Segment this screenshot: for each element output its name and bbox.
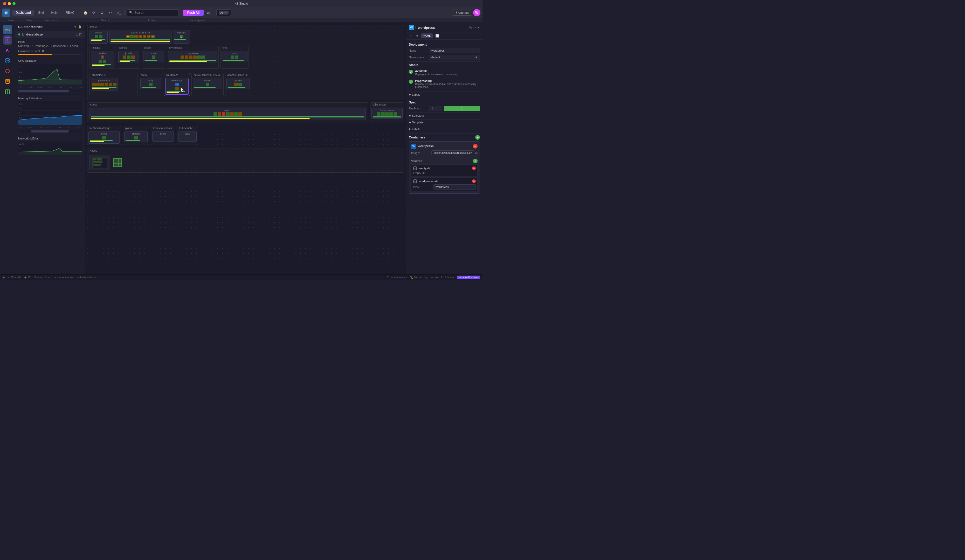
right-status-items: ? Documentation 🐛 Report Bug Version: 1.… xyxy=(387,276,480,279)
tab-chart[interactable]: 📊 xyxy=(433,33,441,38)
workload-default[interactable]: default xyxy=(90,30,108,44)
add-icon[interactable]: + xyxy=(3,275,5,279)
namespace-tag-close[interactable]: ✕ xyxy=(225,11,227,14)
tab-rbac[interactable]: RBAC xyxy=(62,10,77,16)
maximize-button[interactable] xyxy=(13,2,16,5)
memory-title: Memory Utilization xyxy=(18,97,82,100)
workload-wordpress[interactable]: wordpress W xyxy=(165,78,188,95)
metrics-lock-icon[interactable]: 🔒 xyxy=(78,25,82,29)
status-bar: + ★ Star 749 ◉ MicroService Cluster ⎆ ki… xyxy=(0,274,483,280)
tab-refresh[interactable]: ↺ xyxy=(414,33,420,38)
metrics-panel: Cluster Metrics ↺ 🔒 kind-metabase 1.27 P… xyxy=(15,23,85,274)
name-input[interactable] xyxy=(429,48,480,53)
replicas-bar: 1 xyxy=(444,106,480,111)
workload-kube-system[interactable]: kube-system xyxy=(371,108,402,119)
pvc-label: PVC: xyxy=(413,185,431,188)
workload-prometheus[interactable]: prometheus xyxy=(91,78,118,90)
workload-apache2[interactable]: apache xyxy=(226,78,250,89)
workload-share[interactable]: share xyxy=(143,51,164,62)
tab-info[interactable]: ℹ xyxy=(408,33,414,38)
namespace-tag[interactable]: All ✕ xyxy=(219,11,228,15)
add-container-button[interactable]: + xyxy=(475,135,480,140)
template-chevron-icon: ▶ xyxy=(409,121,411,124)
namespace-select[interactable]: default ▼ xyxy=(429,55,480,60)
template-collapsible[interactable]: ▶ Template xyxy=(409,119,480,125)
workload-native1[interactable]: native xyxy=(193,78,222,89)
window-controls[interactable] xyxy=(3,2,16,5)
add-volume-button[interactable]: + xyxy=(473,159,478,163)
home-icon[interactable]: 🏠 xyxy=(82,9,89,16)
close-button[interactable] xyxy=(3,2,6,5)
search-box[interactable]: 🔍 xyxy=(127,9,179,16)
workload-orphans[interactable]: orphans M xyxy=(173,30,190,44)
replicas-input[interactable] xyxy=(429,106,442,111)
tab-yaml[interactable]: YAML xyxy=(421,33,433,38)
workload-jenkins[interactable]: jenkins J xyxy=(91,51,114,67)
sidebar-item-letter-a[interactable]: A xyxy=(3,46,12,55)
terminal-icon[interactable]: >_ xyxy=(115,9,123,16)
workload-kube-node-lease[interactable]: setup xyxy=(152,131,174,142)
workload-joomla[interactable]: joomla xyxy=(118,51,139,63)
sidebar-item-page[interactable] xyxy=(3,77,12,86)
cpu-scrollbar[interactable] xyxy=(18,90,82,92)
namespace-selector[interactable]: All ✕ xyxy=(216,9,231,16)
workload-apache[interactable]: apache-3383-8771 ⚙ ⚙ ⚙ ⚙ ⚙ ◉ xyxy=(109,30,172,44)
selectors-collapsible[interactable]: ▶ Selectors xyxy=(409,113,480,118)
sidebar-item-aws[interactable]: aws xyxy=(3,25,12,34)
star-item[interactable]: ★ Star 749 xyxy=(8,276,21,279)
settings-icon[interactable]: ⚙ xyxy=(98,9,106,16)
volumes-title: Volumes xyxy=(411,160,422,163)
image-input[interactable] xyxy=(432,150,474,155)
more-icon[interactable]: ⋯ xyxy=(473,26,476,29)
image-action-icon[interactable]: ⇄ xyxy=(475,151,478,155)
wordpress-panel-icon: W xyxy=(409,25,414,30)
workload-global[interactable]: storage xyxy=(124,131,147,142)
workload-vms[interactable]: vms xyxy=(222,51,247,62)
ns-label-prometheus: prometheus xyxy=(90,73,137,77)
labels-collapsible[interactable]: ▶ Labels xyxy=(409,91,480,97)
workload-local-path[interactable]: setup xyxy=(88,131,119,144)
cpu-scrollbar-thumb[interactable] xyxy=(18,90,69,92)
close-panel-icon[interactable]: ✕ xyxy=(477,26,480,29)
metrics-undo-icon[interactable]: ↺ xyxy=(74,25,77,29)
tab-helm[interactable]: Helm xyxy=(48,10,62,16)
user-avatar[interactable]: W xyxy=(473,9,481,16)
workload-welly[interactable]: welly xyxy=(140,78,161,89)
undo-icon[interactable]: ↩ xyxy=(107,9,114,16)
pvc-input[interactable] xyxy=(433,184,476,189)
svg-text:1: 1 xyxy=(19,121,20,124)
remove-volume-wp-data[interactable]: − xyxy=(472,180,476,183)
push-all-button[interactable]: Push All xyxy=(183,10,204,16)
minimize-button[interactable] xyxy=(8,2,11,5)
copy-icon[interactable]: ⎘ xyxy=(469,26,472,29)
bug-icon: 🐛 xyxy=(410,276,413,279)
labels2-collapsible[interactable]: ▶ Labels xyxy=(409,126,480,132)
tab-dashboard[interactable]: Dashboard xyxy=(13,10,34,16)
volume-empty-dir-header: empty-dir − xyxy=(413,166,476,170)
sidebar-item-refresh[interactable] xyxy=(3,66,12,76)
doc-item[interactable]: ? Documentation xyxy=(387,276,407,279)
sidebar-item-arrow[interactable] xyxy=(3,56,12,65)
sidebar-item-book[interactable] xyxy=(3,87,12,96)
workload-argocd[interactable]: argocd ✕ xyxy=(90,108,366,120)
sync-icon[interactable]: ⇄ xyxy=(204,9,212,16)
bug-item[interactable]: 🐛 Report Bug xyxy=(410,276,427,279)
tab-grid[interactable]: Grid xyxy=(35,10,47,16)
remove-volume-empty-dir[interactable]: − xyxy=(472,167,476,170)
progressing-status-icon: ✓ xyxy=(409,80,413,84)
app-icon[interactable]: K xyxy=(2,8,10,17)
workload-kube-public[interactable]: setup xyxy=(178,131,196,142)
upgrade-button[interactable]: ⬆ Upgrade xyxy=(452,10,472,16)
refresh-icon[interactable]: ⟳ xyxy=(90,9,98,16)
memory-scrollbar[interactable] xyxy=(18,131,82,132)
metrics-header-actions[interactable]: ↺ 🔒 xyxy=(74,25,82,29)
workload-my-release[interactable]: my-release xyxy=(168,51,218,63)
main-layout: aws A Cluster Metrics ↺ 🔒 xyxy=(0,23,483,274)
search-input[interactable] xyxy=(134,11,177,15)
right-panel-actions[interactable]: ⎘ ⋯ ✕ xyxy=(469,26,480,29)
memory-scrollbar-thumb[interactable] xyxy=(31,131,69,132)
container-remove-btn[interactable]: − xyxy=(473,144,478,149)
sidebar-item-cluster[interactable] xyxy=(3,35,12,44)
remove-container-button[interactable]: − xyxy=(473,144,478,149)
canvas-area[interactable]: default default apache-3383-8 xyxy=(85,23,406,274)
